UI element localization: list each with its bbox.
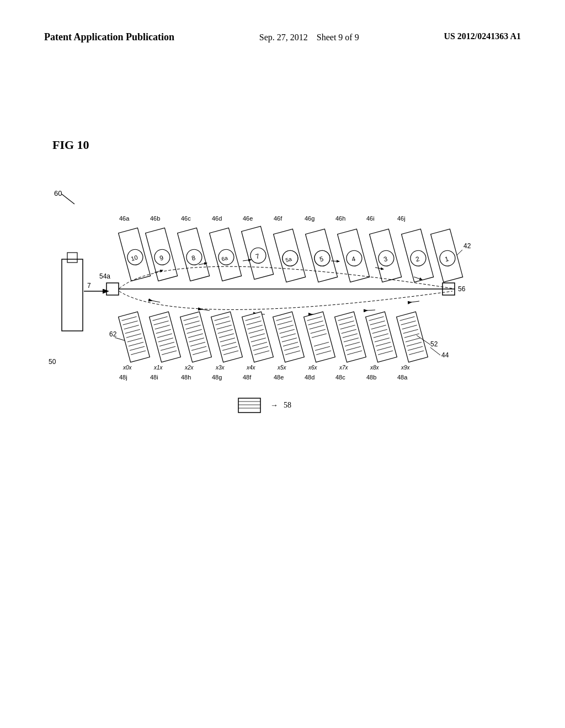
publication-title: Patent Application Publication bbox=[44, 30, 174, 44]
legend-label: 58 bbox=[284, 401, 291, 410]
ref-54a: 54a bbox=[99, 272, 110, 280]
publication-date-sheet: Sep. 27, 2012 Sheet 9 of 9 bbox=[259, 30, 359, 45]
svg-line-44 bbox=[152, 301, 160, 302]
legend-box-svg bbox=[237, 397, 265, 414]
label-48i: 48i bbox=[150, 374, 158, 381]
label-48c: 48c bbox=[335, 374, 345, 381]
label-48e: 48e bbox=[274, 374, 284, 381]
label-x3x: x3x bbox=[215, 365, 225, 371]
svg-rect-56 bbox=[150, 312, 181, 362]
label-x9x: x9x bbox=[401, 365, 411, 371]
label-46g: 46g bbox=[305, 215, 315, 222]
svg-rect-106 bbox=[304, 312, 335, 362]
label-46d: 46d bbox=[212, 215, 222, 222]
ref-42: 42 bbox=[463, 242, 471, 250]
label-48h: 48h bbox=[181, 374, 191, 381]
svg-rect-125 bbox=[366, 312, 397, 362]
label-48a: 48a bbox=[397, 374, 408, 381]
label-x7x: x7x bbox=[339, 365, 349, 371]
ref-44: 44 bbox=[441, 351, 449, 359]
label-x6x: x6x bbox=[308, 365, 318, 371]
label-46f: 46f bbox=[274, 215, 282, 222]
label-46j: 46j bbox=[397, 215, 406, 222]
patent-diagram: 60 50 7 54a 54b 56 bbox=[44, 149, 519, 425]
svg-line-43 bbox=[201, 309, 210, 311]
legend-area: → 58 bbox=[237, 397, 291, 414]
svg-rect-160 bbox=[238, 398, 260, 413]
label-x2x: x2x bbox=[184, 365, 194, 371]
label-48d: 48d bbox=[305, 374, 315, 381]
ref-62: 62 bbox=[109, 330, 117, 338]
label-46e: 46e bbox=[243, 215, 253, 222]
page-header: Patent Application Publication Sep. 27, … bbox=[0, 30, 565, 45]
label-48f: 48f bbox=[243, 374, 252, 381]
svg-rect-2 bbox=[67, 253, 77, 263]
publication-date: Sep. 27, 2012 bbox=[259, 33, 308, 42]
ref-60: 60 bbox=[54, 189, 62, 197]
label-x1x: x1x bbox=[153, 365, 163, 371]
svg-rect-76 bbox=[211, 312, 243, 362]
svg-rect-115 bbox=[335, 312, 366, 362]
svg-line-40 bbox=[367, 310, 375, 311]
ref-7: 7 bbox=[87, 282, 91, 290]
label-46c: 46c bbox=[181, 215, 191, 222]
svg-rect-1 bbox=[62, 259, 83, 331]
svg-rect-86 bbox=[242, 312, 274, 362]
svg-rect-66 bbox=[180, 312, 212, 362]
publication-number: US 2012/0241363 A1 bbox=[444, 30, 521, 42]
svg-rect-46 bbox=[119, 312, 150, 362]
label-48b: 48b bbox=[366, 374, 376, 381]
label-46h: 46h bbox=[335, 215, 345, 222]
label-x4x: x4x bbox=[246, 365, 256, 371]
svg-line-0 bbox=[62, 194, 74, 204]
label-48g: 48g bbox=[212, 374, 222, 381]
svg-rect-135 bbox=[397, 312, 428, 362]
label-x8x: x8x bbox=[370, 365, 380, 371]
label-46b: 46b bbox=[150, 215, 160, 222]
ref-52: 52 bbox=[430, 340, 438, 348]
sheet-info: Sheet 9 of 9 bbox=[317, 33, 359, 42]
ref-50: 50 bbox=[49, 358, 56, 366]
label-46a: 46a bbox=[119, 215, 130, 222]
label-48j: 48j bbox=[119, 374, 127, 381]
legend-arrow: → bbox=[270, 401, 278, 410]
patent-page: Patent Application Publication Sep. 27, … bbox=[0, 0, 565, 728]
svg-rect-4 bbox=[106, 283, 119, 295]
label-x5x: x5x bbox=[277, 365, 287, 371]
label-46i: 46i bbox=[366, 215, 375, 222]
svg-rect-96 bbox=[273, 312, 305, 362]
svg-line-146 bbox=[430, 347, 440, 355]
ref-56: 56 bbox=[458, 285, 466, 293]
svg-line-39 bbox=[411, 301, 419, 302]
label-x0x: x0x bbox=[122, 365, 132, 371]
